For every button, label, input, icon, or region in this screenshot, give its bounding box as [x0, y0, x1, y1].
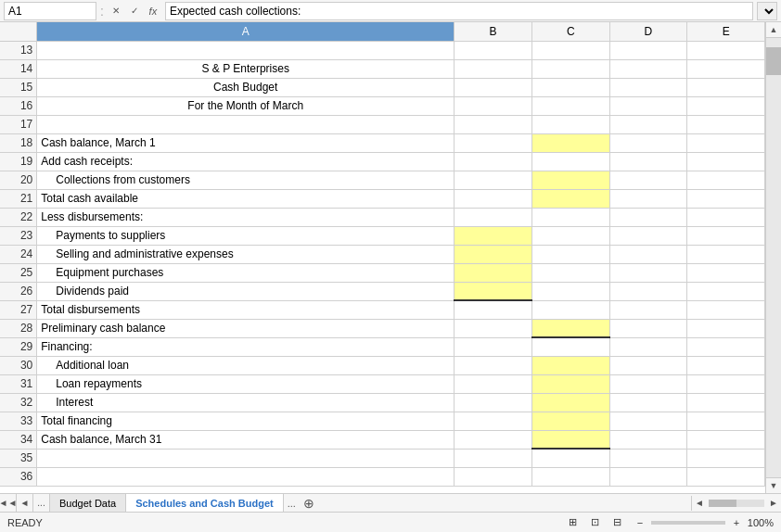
page-break-icon[interactable]: ⊟ — [608, 515, 627, 530]
cell-b33[interactable] — [455, 412, 532, 430]
cell-c18[interactable] — [531, 133, 609, 152]
cell-e26[interactable] — [687, 282, 765, 300]
tab-ellipsis[interactable]: ... — [284, 498, 300, 509]
formula-dropdown[interactable] — [757, 2, 777, 20]
cell-d32[interactable] — [609, 393, 687, 412]
scroll-track[interactable] — [766, 38, 781, 477]
cell-b24[interactable] — [455, 245, 532, 263]
cell-a34[interactable]: Cash balance, March 31 — [37, 430, 455, 449]
cell-b26[interactable] — [455, 282, 532, 300]
cell-c26[interactable] — [531, 282, 609, 300]
cell-e17[interactable] — [687, 115, 765, 133]
cell-e27[interactable] — [687, 300, 765, 319]
cell-b21[interactable] — [455, 189, 532, 208]
cell-b32[interactable] — [455, 393, 532, 412]
cell-b31[interactable] — [455, 374, 532, 393]
tab-schedules-cash-budget[interactable]: Schedules and Cash Budget — [126, 494, 284, 512]
cell-e14[interactable] — [687, 59, 765, 78]
cell-a22[interactable]: Less disbursements: — [37, 208, 455, 226]
cell-d26[interactable] — [609, 282, 687, 300]
cell-a30[interactable]: Additional loan — [37, 356, 455, 374]
cell-a19[interactable]: Add cash receipts: — [37, 152, 455, 171]
col-header-a[interactable]: A — [37, 22, 455, 41]
cell-b17[interactable] — [455, 115, 532, 133]
cell-c25[interactable] — [531, 263, 609, 282]
cell-b36[interactable] — [455, 467, 532, 486]
cell-a29[interactable]: Financing: — [37, 337, 455, 356]
cell-b28[interactable] — [455, 319, 532, 337]
cell-e19[interactable] — [687, 152, 765, 171]
cell-d18[interactable] — [609, 133, 687, 152]
cell-d19[interactable] — [609, 152, 687, 171]
cell-d20[interactable] — [609, 171, 687, 189]
cell-d27[interactable] — [609, 300, 687, 319]
cell-c14[interactable] — [531, 59, 609, 78]
cell-b13[interactable] — [455, 41, 532, 59]
cell-a27[interactable]: Total disbursements — [37, 300, 455, 319]
cell-a36[interactable] — [37, 467, 455, 486]
normal-view-icon[interactable]: ⊞ — [564, 515, 583, 530]
cell-e36[interactable] — [687, 467, 765, 486]
cell-d34[interactable] — [609, 430, 687, 449]
cell-c21[interactable] — [531, 189, 609, 208]
h-scroll-track[interactable] — [709, 500, 764, 507]
cell-e21[interactable] — [687, 189, 765, 208]
cell-a24[interactable]: Selling and administrative expenses — [37, 245, 455, 263]
cell-d29[interactable] — [609, 337, 687, 356]
zoom-control[interactable]: − + 100% — [631, 515, 774, 530]
cell-e18[interactable] — [687, 133, 765, 152]
vertical-scrollbar[interactable]: ▲ ▼ — [765, 22, 781, 493]
cell-b14[interactable] — [455, 59, 532, 78]
cell-d25[interactable] — [609, 263, 687, 282]
cell-e35[interactable] — [687, 449, 765, 467]
cell-c17[interactable] — [531, 115, 609, 133]
cell-e34[interactable] — [687, 430, 765, 449]
cell-d35[interactable] — [609, 449, 687, 467]
main-scroll[interactable]: A B C D E 1314S & P Enterprises15Cash Bu… — [0, 22, 765, 493]
cell-d17[interactable] — [609, 115, 687, 133]
cell-a13[interactable] — [37, 41, 455, 59]
cell-b18[interactable] — [455, 133, 532, 152]
cell-d21[interactable] — [609, 189, 687, 208]
cell-c35[interactable] — [531, 449, 609, 467]
cell-d33[interactable] — [609, 412, 687, 430]
cell-e32[interactable] — [687, 393, 765, 412]
cell-a16[interactable]: For the Month of March — [37, 96, 455, 115]
cell-a20[interactable]: Collections from customers — [37, 171, 455, 189]
cell-d14[interactable] — [609, 59, 687, 78]
cell-d13[interactable] — [609, 41, 687, 59]
cell-a33[interactable]: Total financing — [37, 412, 455, 430]
cell-b34[interactable] — [455, 430, 532, 449]
cell-d24[interactable] — [609, 245, 687, 263]
formula-input[interactable] — [165, 2, 753, 20]
zoom-slider[interactable] — [651, 521, 725, 525]
cell-c32[interactable] — [531, 393, 609, 412]
cell-b30[interactable] — [455, 356, 532, 374]
cell-c28[interactable] — [531, 319, 609, 337]
cell-a26[interactable]: Dividends paid — [37, 282, 455, 300]
cell-c20[interactable] — [531, 171, 609, 189]
cell-b20[interactable] — [455, 171, 532, 189]
h-scroll-left[interactable]: ◄ — [692, 496, 707, 511]
scroll-up-btn[interactable]: ▲ — [766, 22, 781, 38]
cell-b19[interactable] — [455, 152, 532, 171]
cell-a23[interactable]: Payments to suppliers — [37, 226, 455, 245]
cell-a35[interactable] — [37, 449, 455, 467]
fx-icon[interactable]: fx — [145, 3, 161, 19]
cell-e16[interactable] — [687, 96, 765, 115]
cell-c24[interactable] — [531, 245, 609, 263]
col-header-d[interactable]: D — [609, 22, 687, 41]
cell-c27[interactable] — [531, 300, 609, 319]
h-scroll-thumb[interactable] — [709, 500, 736, 507]
cell-d22[interactable] — [609, 208, 687, 226]
cell-c30[interactable] — [531, 356, 609, 374]
add-sheet-button[interactable]: ⊕ — [300, 494, 318, 513]
cell-b15[interactable] — [455, 78, 532, 96]
cell-e25[interactable] — [687, 263, 765, 282]
cell-a15[interactable]: Cash Budget — [37, 78, 455, 96]
zoom-in-icon[interactable]: + — [727, 515, 746, 530]
cell-d16[interactable] — [609, 96, 687, 115]
cell-d28[interactable] — [609, 319, 687, 337]
cell-e30[interactable] — [687, 356, 765, 374]
cell-a18[interactable]: Cash balance, March 1 — [37, 133, 455, 152]
